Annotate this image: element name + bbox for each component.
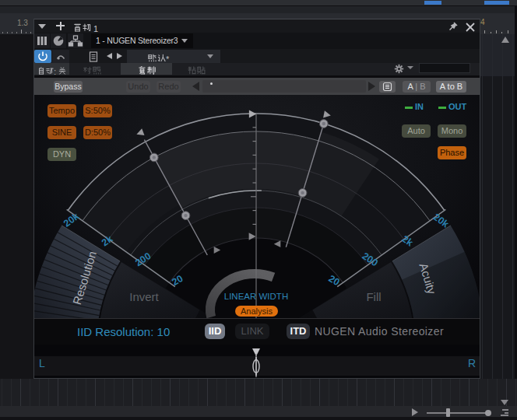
svg-text:Invert: Invert — [129, 290, 159, 303]
svg-text:Fill: Fill — [366, 290, 381, 303]
